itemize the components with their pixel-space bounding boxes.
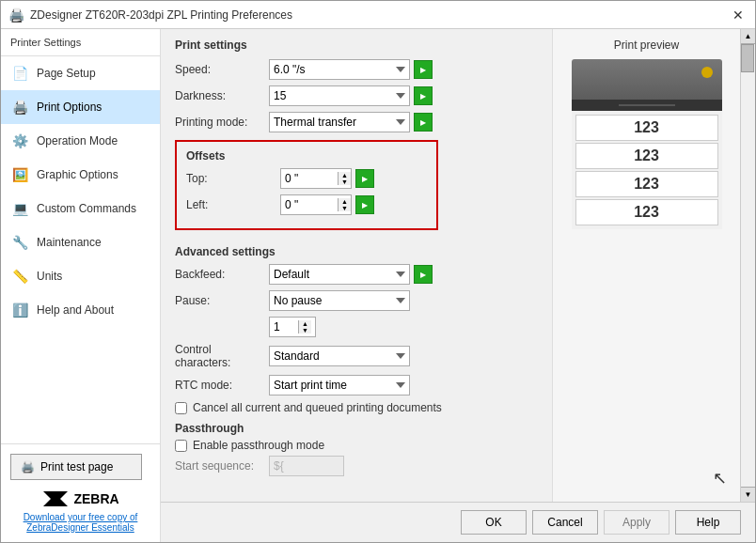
printing-mode-green-btn[interactable] [414, 113, 433, 132]
print-settings-title: Print settings [175, 39, 538, 52]
printer-visual: 123 123 123 123 [572, 59, 722, 229]
sidebar-label-custom-commands: Custom Commands [37, 202, 136, 215]
left-offset-spinner: ▲ ▼ [280, 194, 352, 215]
printing-mode-dropdown[interactable]: Thermal transfer [269, 112, 410, 132]
start-sequence-row: Start sequence: [175, 456, 538, 476]
left-offset-increment[interactable]: ▲ [339, 198, 351, 205]
operation-mode-icon: ⚙️ [10, 132, 29, 150]
offsets-title: Offsets [186, 149, 427, 163]
sidebar-label-help-about: Help and About [37, 303, 114, 317]
apply-button[interactable]: Apply [604, 510, 669, 535]
close-button[interactable]: ✕ [729, 6, 748, 24]
scroll-down-btn[interactable]: ▼ [741, 487, 755, 502]
left-offset-decrement[interactable]: ▼ [339, 205, 351, 211]
control-chars-label: Control characters: [175, 343, 269, 369]
bottom-bar: OK Cancel Apply Help [161, 502, 755, 542]
pause-dropdown[interactable]: No pause [269, 290, 410, 311]
sidebar-item-custom-commands[interactable]: 💻 Custom Commands [1, 192, 160, 225]
pause-control: No pause [269, 290, 410, 311]
speed-control: 6.0 "/s [269, 59, 433, 80]
cancel-checkbox[interactable] [175, 402, 187, 414]
label-item-4: 123 [575, 199, 718, 225]
label-item-3: 123 [575, 171, 718, 197]
main-window: 🖨️ ZDesigner ZT620R-203dpi ZPL Printing … [0, 0, 756, 543]
cursor-indicator: ↖ [709, 464, 731, 492]
sidebar-label-page-setup: Page Setup [37, 67, 96, 80]
pause-count-input[interactable] [270, 318, 298, 336]
sidebar-item-operation-mode[interactable]: ⚙️ Operation Mode [1, 124, 160, 158]
control-chars-control: Standard [269, 346, 410, 366]
custom-commands-icon: 💻 [10, 199, 29, 218]
rtc-mode-label: RTC mode: [175, 379, 269, 392]
sidebar-item-page-setup[interactable]: 📄 Page Setup [1, 56, 160, 90]
pause-count-control: ▲ ▼ [269, 317, 316, 337]
top-offset-input[interactable] [281, 169, 338, 188]
darkness-dropdown[interactable]: 15 [269, 85, 410, 106]
top-offset-increment[interactable]: ▲ [339, 172, 351, 178]
help-about-icon: ℹ️ [10, 301, 29, 319]
sidebar-label-print-options: Print Options [37, 101, 102, 114]
zebra-logo-text: ZEBRA [10, 489, 150, 508]
sidebar-item-maintenance[interactable]: 🔧 Maintenance [1, 225, 160, 259]
left-offset-spin-btns: ▲ ▼ [338, 198, 351, 211]
scroll-track [741, 44, 755, 487]
label-item-2: 123 [575, 143, 718, 169]
pause-count-decrement[interactable]: ▼ [299, 327, 311, 334]
start-sequence-input[interactable] [269, 456, 344, 476]
zebra-logo-icon [41, 489, 70, 508]
pause-count-increment[interactable]: ▲ [299, 320, 311, 327]
help-button[interactable]: Help [675, 510, 741, 535]
printing-mode-control: Thermal transfer [269, 112, 433, 132]
passthrough-enable-checkbox[interactable] [175, 440, 187, 452]
top-offset-spinner: ▲ ▼ [280, 168, 352, 189]
top-offset-green-btn[interactable] [355, 169, 374, 188]
cursor-icon: ↖ [713, 469, 727, 488]
passthrough-section: Passthrough Enable passthrough mode Star… [175, 422, 538, 476]
sidebar-header: Printer Settings [1, 29, 160, 56]
speed-green-btn[interactable] [414, 60, 433, 79]
printer-icon: 🖨️ [21, 460, 35, 473]
units-icon: 📏 [10, 267, 29, 286]
backfeed-green-btn[interactable] [414, 265, 433, 284]
speed-row: Speed: 6.0 "/s [175, 59, 538, 80]
scroll-up-btn[interactable]: ▲ [741, 29, 755, 44]
rtc-mode-control: Start print time [269, 375, 410, 396]
print-test-button[interactable]: 🖨️ Print test page [10, 454, 142, 480]
speed-label: Speed: [175, 63, 269, 76]
sidebar: Printer Settings 📄 Page Setup 🖨️ Print O… [1, 29, 161, 542]
advanced-settings-title: Advanced settings [175, 245, 538, 258]
page-setup-icon: 📄 [10, 64, 29, 83]
backfeed-control: Default [269, 264, 433, 285]
sidebar-item-graphic-options[interactable]: 🖼️ Graphic Options [1, 158, 160, 192]
maintenance-icon: 🔧 [10, 233, 29, 252]
label-output: 123 123 123 123 [572, 111, 722, 229]
sidebar-item-units[interactable]: 📏 Units [1, 259, 160, 293]
darkness-row: Darkness: 15 [175, 85, 538, 106]
scrollbar[interactable]: ▲ ▼ [740, 29, 755, 502]
backfeed-dropdown[interactable]: Default [269, 264, 410, 285]
sidebar-label-operation-mode: Operation Mode [37, 134, 118, 147]
slot-gap [619, 104, 675, 106]
speed-dropdown[interactable]: 6.0 "/s [269, 59, 410, 80]
window-title: ZDesigner ZT620R-203dpi ZPL Printing Pre… [30, 8, 292, 22]
app-icon: 🖨️ [8, 8, 24, 23]
top-offset-decrement[interactable]: ▼ [339, 178, 351, 185]
sidebar-item-print-options[interactable]: 🖨️ Print Options [1, 90, 160, 124]
pause-count-spinner: ▲ ▼ [269, 317, 316, 337]
rtc-mode-dropdown[interactable]: Start print time [269, 375, 410, 396]
cancel-button[interactable]: Cancel [532, 510, 598, 535]
control-chars-dropdown[interactable]: Standard [269, 346, 410, 366]
left-offset-input[interactable] [281, 195, 338, 214]
sidebar-item-help-about[interactable]: ℹ️ Help and About [1, 293, 160, 327]
cancel-checkbox-row: Cancel all current and queued printing d… [175, 401, 538, 414]
scroll-thumb[interactable] [741, 44, 754, 72]
zebra-download-link[interactable]: Download your free copy of ZebraDesigner… [10, 512, 150, 533]
cancel-checkbox-label: Cancel all current and queued printing d… [193, 401, 442, 414]
right-area: Print settings Speed: 6.0 "/s Da [161, 29, 755, 542]
passthrough-title: Passthrough [175, 422, 538, 435]
zebra-logo: ZEBRA Download your free copy of ZebraDe… [10, 489, 150, 533]
left-offset-green-btn[interactable] [355, 195, 374, 214]
ok-button[interactable]: OK [461, 510, 527, 535]
darkness-green-btn[interactable] [414, 86, 433, 105]
darkness-control: 15 [269, 85, 433, 106]
